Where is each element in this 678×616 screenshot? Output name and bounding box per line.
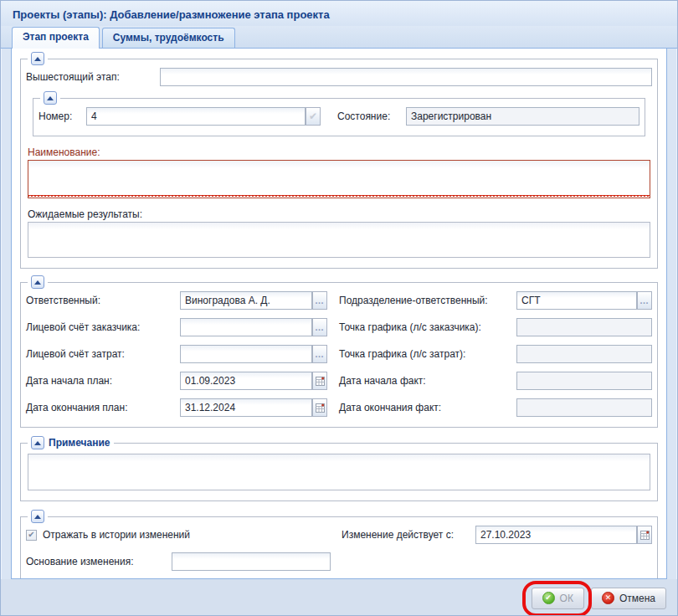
note-textarea[interactable] [28, 454, 650, 490]
check-icon: ✔ [309, 111, 317, 121]
start-date-fact-input [516, 372, 652, 390]
calendar-icon [640, 531, 650, 540]
customer-account-fieldwrap: … [180, 318, 327, 336]
change-effective-from-input[interactable] [475, 526, 637, 544]
start-date-plan-input[interactable] [180, 372, 312, 390]
fieldset-note: Примечание [20, 443, 658, 501]
expected-results-textarea[interactable] [28, 222, 650, 258]
cancel-cross-icon: ✕ [602, 592, 614, 604]
checkbox-check-icon: ✔ [28, 531, 34, 539]
collapse-toggle-button[interactable] [31, 52, 44, 65]
end-date-fact-label: Дата окончания факт: [339, 402, 516, 413]
fieldset-number-state-legend [40, 91, 60, 105]
responsible-department-browse-trigger[interactable]: … [637, 291, 652, 310]
name-label: Наименование: [28, 146, 650, 158]
cancel-button[interactable]: ✕ Отмена [591, 588, 666, 609]
cost-account-browse-trigger[interactable]: … [312, 345, 327, 363]
ok-button-label: ОК [560, 593, 573, 604]
footer-toolbar: ✔ ОК ✕ Отмена [1, 579, 677, 616]
change-effective-from-calendar-trigger[interactable] [637, 526, 652, 544]
customer-account-browse-trigger[interactable]: … [312, 318, 327, 336]
end-date-fact-input [516, 398, 652, 417]
collapse-toggle-button[interactable] [31, 436, 44, 449]
note-fieldwrap [28, 454, 650, 490]
end-date-row: Дата окончания план: Дата окончания факт… [26, 398, 652, 417]
collapse-toggle-button[interactable] [31, 510, 44, 523]
fieldset-stage-info: Вышестоящий этап: Номер: ✔ [20, 59, 658, 269]
state-label: Состояние: [337, 110, 406, 122]
cost-account-input[interactable] [180, 345, 312, 363]
schedule-point-cost-label: Точка графика (л/с затрат): [339, 348, 516, 360]
cost-account-label: Лицевой счёт затрат: [26, 348, 180, 360]
end-date-plan-input[interactable] [180, 398, 312, 417]
title-bar: Проекты (этапы): Добавление/размножение … [1, 1, 677, 26]
calendar-icon [316, 403, 325, 413]
history-row: ✔ Отражать в истории изменений Изменение… [26, 526, 652, 544]
expected-results-fieldwrap [28, 222, 650, 258]
tab-sums[interactable]: Суммы, трудоёмкость [102, 28, 235, 48]
number-apply-trigger[interactable]: ✔ [306, 107, 321, 126]
change-reason-input[interactable] [172, 552, 331, 571]
responsible-input[interactable] [180, 291, 312, 310]
collapse-arrow-icon [34, 57, 41, 61]
parent-stage-input[interactable] [160, 68, 652, 86]
cancel-button-label: Отмена [619, 593, 655, 604]
collapse-arrow-icon [34, 280, 41, 285]
number-label: Номер: [39, 110, 86, 122]
ellipsis-icon: … [315, 352, 325, 357]
schedule-point-customer-fieldwrap [516, 318, 652, 336]
history-checkbox[interactable]: ✔ [26, 530, 37, 541]
collapse-toggle-button[interactable] [44, 91, 57, 105]
responsible-label: Ответственный: [26, 295, 180, 306]
ok-button-wrap: ✔ ОК [532, 588, 584, 609]
name-textarea[interactable] [28, 160, 650, 198]
change-reason-label: Основание изменения: [26, 556, 172, 567]
responsible-row: Ответственный: … Подразделение-ответстве… [26, 291, 652, 310]
responsible-fieldwrap: … [180, 291, 327, 310]
start-date-plan-label: Дата начала план: [26, 375, 180, 387]
history-checkbox-group: ✔ Отражать в истории изменений [26, 529, 327, 541]
cost-account-row: Лицевой счёт затрат: … Точка графика (л/… [26, 345, 652, 363]
history-checkbox-label: Отражать в истории изменений [43, 529, 190, 541]
end-date-plan-calendar-trigger[interactable] [312, 398, 327, 417]
responsible-department-fieldwrap: … [516, 291, 652, 310]
number-fieldwrap: ✔ [86, 107, 321, 126]
collapse-toggle-button[interactable] [31, 275, 44, 289]
number-input[interactable] [86, 107, 306, 126]
collapse-arrow-icon [34, 441, 41, 445]
responsible-department-input[interactable] [516, 291, 637, 310]
parent-stage-row: Вышестоящий этап: [26, 68, 652, 86]
customer-account-input[interactable] [180, 318, 312, 336]
tab-strip: Этап проекта Суммы, трудоёмкость [1, 26, 677, 49]
end-date-fact-fieldwrap [516, 398, 652, 417]
state-input [406, 107, 639, 126]
fieldset-details: Ответственный: … Подразделение-ответстве… [20, 282, 658, 428]
dialog-window: Проекты (этапы): Добавление/размножение … [0, 0, 678, 616]
change-effective-from-label: Изменение действует с: [342, 529, 475, 541]
ok-button[interactable]: ✔ ОК [532, 588, 584, 609]
fieldset-note-legend: Примечание [28, 436, 114, 449]
note-legend-label: Примечание [49, 437, 110, 449]
form-panel: Вышестоящий этап: Номер: ✔ [11, 49, 667, 579]
fieldset-change-history: ✔ Отражать в истории изменений Изменение… [20, 516, 658, 579]
collapse-arrow-icon [47, 96, 54, 100]
responsible-browse-trigger[interactable]: … [312, 291, 327, 310]
start-date-plan-fieldwrap [180, 372, 327, 390]
tab-sums-label: Суммы, трудоёмкость [113, 32, 224, 44]
fieldset-details-legend [28, 275, 48, 289]
expected-results-label: Ожидаемые результаты: [28, 208, 650, 220]
ellipsis-icon: … [315, 298, 325, 303]
calendar-icon [316, 377, 325, 386]
name-fieldwrap [28, 160, 650, 198]
ok-check-icon: ✔ [542, 592, 555, 604]
fieldset-change-history-legend [28, 510, 48, 523]
schedule-point-cost-input [516, 345, 652, 363]
window-title: Проекты (этапы): Добавление/размножение … [13, 8, 330, 21]
tab-stage[interactable]: Этап проекта [12, 27, 100, 49]
start-date-fact-fieldwrap [516, 372, 652, 390]
change-reason-row: Основание изменения: [26, 552, 652, 571]
parent-stage-label: Вышестоящий этап: [26, 71, 160, 83]
fieldset-stage-info-legend [28, 52, 48, 65]
state-fieldwrap [406, 107, 639, 126]
start-date-plan-calendar-trigger[interactable] [312, 372, 327, 390]
